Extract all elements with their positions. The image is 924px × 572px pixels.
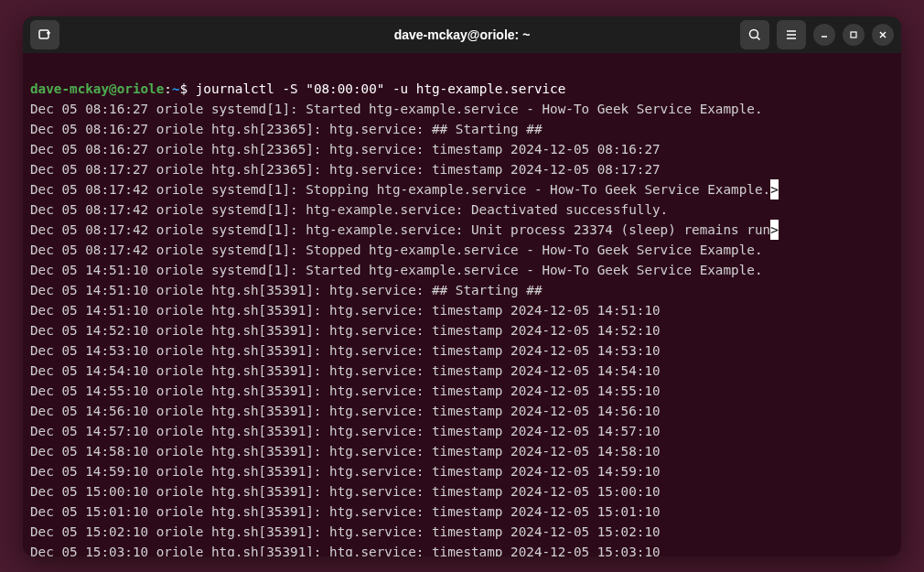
svg-rect-0	[39, 30, 48, 38]
window-title: dave-mckay@oriole: ~	[394, 27, 531, 42]
truncate-marker: >	[770, 220, 779, 240]
log-line: Dec 05 14:51:10 oriole htg.sh[35391]: ht…	[30, 300, 894, 320]
log-line: Dec 05 08:17:27 oriole htg.sh[23365]: ht…	[30, 159, 894, 179]
search-icon	[747, 27, 762, 42]
prompt-line: dave-mckay@oriole:~$ journalctl -S "08:0…	[30, 79, 894, 99]
log-line: Dec 05 14:51:10 oriole htg.sh[35391]: ht…	[30, 280, 894, 300]
log-line: Dec 05 08:16:27 oriole htg.sh[23365]: ht…	[30, 139, 894, 159]
log-line: Dec 05 08:17:42 oriole systemd[1]: htg-e…	[30, 220, 894, 240]
log-line: Dec 05 14:54:10 oriole htg.sh[35391]: ht…	[30, 361, 894, 381]
log-line: Dec 05 08:16:27 oriole htg.sh[23365]: ht…	[30, 119, 894, 139]
terminal-window: dave-mckay@oriole: ~	[23, 16, 901, 556]
log-line: Dec 05 14:59:10 oriole htg.sh[35391]: ht…	[30, 461, 894, 481]
maximize-icon	[849, 30, 858, 39]
prompt-dollar: $	[180, 81, 196, 96]
titlebar-right	[740, 20, 894, 49]
command-text: journalctl -S "08:00:00" -u htg-example.…	[196, 81, 566, 96]
prompt-path: ~	[172, 81, 180, 96]
log-line: Dec 05 08:17:42 oriole systemd[1]: htg-e…	[30, 200, 894, 220]
svg-rect-9	[851, 32, 856, 38]
svg-line-4	[757, 37, 760, 39]
new-tab-icon	[38, 27, 52, 42]
log-output: Dec 05 08:16:27 oriole systemd[1]: Start…	[30, 99, 894, 556]
log-line: Dec 05 15:03:10 oriole htg.sh[35391]: ht…	[30, 542, 894, 556]
log-line: Dec 05 15:02:10 oriole htg.sh[35391]: ht…	[30, 522, 894, 542]
minimize-icon	[820, 30, 829, 39]
log-line: Dec 05 08:17:42 oriole systemd[1]: Stopp…	[30, 179, 894, 200]
log-line: Dec 05 15:01:10 oriole htg.sh[35391]: ht…	[30, 502, 894, 522]
log-line: Dec 05 14:56:10 oriole htg.sh[35391]: ht…	[30, 401, 894, 421]
svg-point-3	[750, 29, 758, 38]
titlebar: dave-mckay@oriole: ~	[23, 16, 901, 53]
new-tab-button[interactable]	[30, 20, 59, 49]
log-line: Dec 05 14:58:10 oriole htg.sh[35391]: ht…	[30, 441, 894, 461]
log-line: Dec 05 14:53:10 oriole htg.sh[35391]: ht…	[30, 340, 894, 361]
log-line: Dec 05 08:16:27 oriole systemd[1]: Start…	[30, 99, 894, 119]
log-line: Dec 05 14:51:10 oriole systemd[1]: Start…	[30, 260, 894, 280]
log-line: Dec 05 14:55:10 oriole htg.sh[35391]: ht…	[30, 381, 894, 401]
close-button[interactable]	[872, 24, 894, 46]
terminal-body[interactable]: dave-mckay@oriole:~$ journalctl -S "08:0…	[23, 53, 901, 556]
truncate-marker: >	[770, 179, 779, 200]
close-icon	[878, 30, 887, 39]
maximize-button[interactable]	[843, 24, 865, 46]
log-line: Dec 05 14:57:10 oriole htg.sh[35391]: ht…	[30, 421, 894, 441]
minimize-button[interactable]	[813, 24, 835, 46]
log-line: Dec 05 15:00:10 oriole htg.sh[35391]: ht…	[30, 481, 894, 502]
search-button[interactable]	[740, 20, 769, 49]
log-line: Dec 05 14:52:10 oriole htg.sh[35391]: ht…	[30, 320, 894, 340]
hamburger-icon	[784, 27, 799, 42]
prompt-colon: :	[164, 81, 172, 96]
titlebar-left	[30, 20, 59, 49]
log-line: Dec 05 08:17:42 oriole systemd[1]: Stopp…	[30, 240, 894, 260]
menu-button[interactable]	[777, 20, 806, 49]
prompt-user-host: dave-mckay@oriole	[30, 81, 164, 96]
